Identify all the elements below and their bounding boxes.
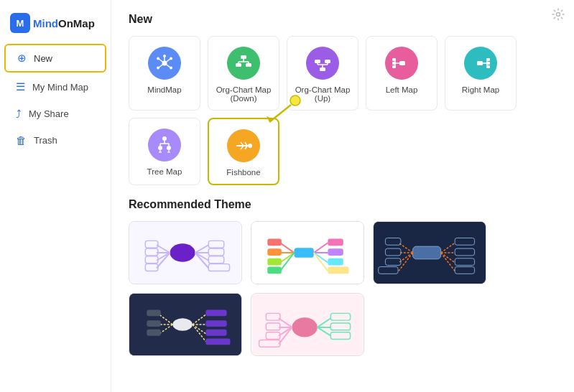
svg-rect-128 [205, 320, 226, 327]
theme-grid [129, 221, 557, 356]
org-chart-up-icon [306, 47, 339, 80]
map-card-right-map[interactable]: Right Map [445, 36, 517, 111]
svg-rect-94 [328, 248, 343, 256]
org-chart-up-label: Org-Chart Map (Up) [293, 85, 352, 103]
svg-marker-62 [267, 116, 274, 122]
sidebar-item-my-mind-map-label: My Mind Map [32, 82, 88, 93]
map-card-org-chart-down[interactable]: Org-Chart Map (Down) [208, 36, 279, 111]
svg-point-2 [157, 57, 159, 60]
svg-point-64 [170, 243, 195, 261]
svg-rect-130 [205, 330, 226, 336]
map-type-grid: MindMap Org-Chart Map (Down) [129, 36, 557, 185]
svg-rect-122 [147, 320, 161, 327]
new-section-title: New [129, 13, 557, 26]
svg-rect-132 [205, 339, 230, 345]
map-card-tree-map[interactable]: Tree Map [129, 118, 200, 185]
org-chart-down-icon [227, 47, 260, 80]
sidebar-item-trash-label: Trash [34, 135, 57, 146]
sidebar-item-new[interactable]: ⊕ New [4, 44, 106, 73]
theme-card-4[interactable] [129, 293, 242, 356]
svg-rect-11 [241, 55, 246, 59]
tree-map-icon [148, 129, 181, 162]
svg-rect-100 [413, 246, 441, 259]
trash-icon: 🗑 [16, 134, 27, 146]
svg-point-43 [162, 136, 167, 141]
svg-point-4 [170, 57, 172, 60]
svg-point-59 [248, 144, 252, 148]
recommended-section-title: Recommended Theme [129, 198, 557, 211]
settings-button[interactable] [551, 7, 565, 25]
sidebar-item-my-share[interactable]: ⤴ My Share [4, 101, 106, 126]
svg-rect-96 [328, 258, 343, 266]
my-mind-map-icon: ☰ [16, 80, 25, 93]
tree-map-label: Tree Map [147, 167, 182, 176]
logo-text: MindOnMap [33, 17, 95, 29]
svg-rect-42 [486, 65, 490, 68]
theme-card-3[interactable] [373, 221, 486, 284]
svg-point-134 [292, 317, 318, 337]
map-card-fishbone[interactable]: Fishbone [208, 118, 279, 185]
logo-icon: M [10, 13, 30, 33]
svg-rect-18 [320, 67, 325, 71]
theme-card-1[interactable] [129, 221, 242, 284]
logo: M MindOnMap [0, 7, 111, 43]
svg-rect-86 [267, 248, 282, 256]
svg-rect-88 [267, 258, 282, 266]
svg-rect-23 [315, 60, 320, 63]
map-card-left-map[interactable]: Left Map [366, 36, 438, 111]
left-map-label: Left Map [386, 85, 418, 94]
right-map-icon [464, 47, 497, 80]
svg-rect-120 [147, 309, 161, 316]
left-map-icon [385, 47, 418, 80]
theme-card-5[interactable] [251, 293, 364, 356]
fishbone-icon [227, 129, 260, 162]
map-card-org-chart-up[interactable]: Org-Chart Map (Up) [287, 36, 358, 111]
svg-rect-24 [325, 60, 330, 63]
svg-rect-34 [477, 61, 483, 65]
svg-rect-84 [267, 238, 282, 246]
sidebar-item-new-label: New [34, 53, 52, 64]
map-card-mindmap[interactable]: MindMap [129, 36, 200, 111]
svg-point-118 [172, 318, 192, 331]
svg-rect-92 [328, 238, 343, 246]
svg-rect-17 [246, 63, 251, 67]
my-share-icon: ⤴ [16, 108, 22, 120]
svg-rect-98 [328, 267, 348, 274]
svg-rect-41 [486, 62, 490, 65]
svg-point-149 [557, 13, 560, 17]
mindmap-label: MindMap [147, 85, 181, 94]
svg-point-6 [157, 67, 159, 70]
svg-rect-16 [236, 63, 241, 67]
svg-rect-90 [267, 267, 282, 274]
svg-rect-82 [294, 248, 313, 258]
svg-point-49 [167, 146, 171, 150]
sidebar-item-my-share-label: My Share [29, 108, 69, 119]
svg-rect-31 [392, 58, 396, 61]
svg-rect-25 [399, 61, 405, 65]
fishbone-label: Fishbone [226, 168, 260, 177]
svg-rect-126 [205, 309, 226, 316]
mindmap-icon [148, 47, 181, 80]
svg-rect-124 [147, 330, 161, 336]
svg-rect-33 [392, 65, 396, 68]
svg-rect-40 [486, 58, 490, 61]
sidebar-item-my-mind-map[interactable]: ☰ My Mind Map [4, 74, 106, 100]
svg-point-8 [170, 67, 172, 70]
new-icon: ⊕ [17, 52, 27, 65]
svg-rect-32 [392, 62, 396, 65]
org-chart-down-label: Org-Chart Map (Down) [214, 85, 273, 103]
sidebar-item-trash[interactable]: 🗑 Trash [4, 128, 106, 153]
svg-point-10 [163, 55, 166, 57]
theme-card-2[interactable] [251, 221, 364, 284]
right-map-label: Right Map [462, 85, 499, 94]
main-content: New MindMap [111, 0, 574, 392]
svg-point-48 [158, 146, 162, 150]
